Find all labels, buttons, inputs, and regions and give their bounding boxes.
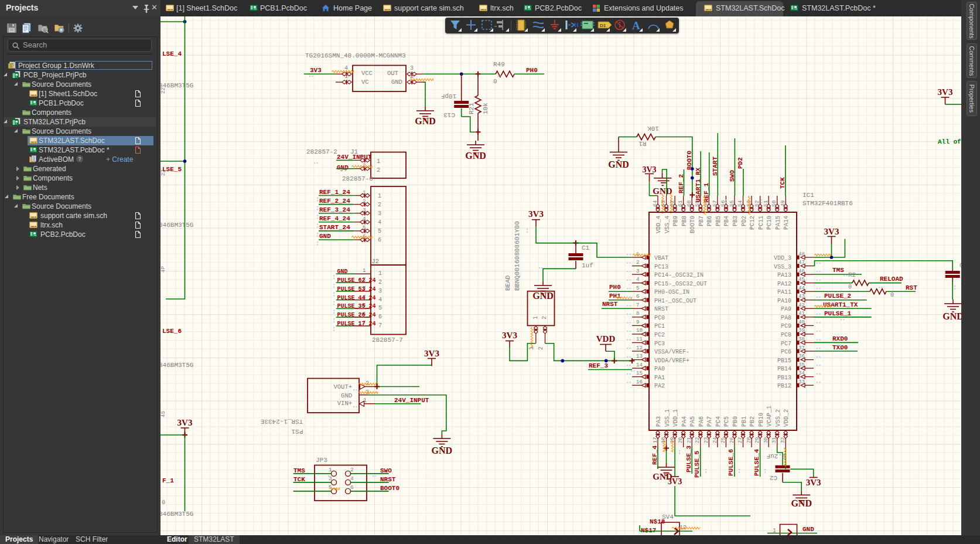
svg-text:GND: GND [341, 392, 352, 399]
svg-text:VCAP_1: VCAP_1 [766, 406, 773, 427]
svg-text:21: 21 [687, 437, 692, 444]
svg-text:VSS_3: VSS_3 [774, 264, 791, 270]
svg-text:2: 2 [636, 260, 639, 266]
svg-text:5: 5 [329, 484, 332, 491]
svg-text:PULSE_35_24: PULSE_35_24 [337, 303, 376, 310]
svg-text:32: 32 [780, 437, 786, 444]
svg-text:PULSE_3: PULSE_3 [685, 445, 692, 472]
svg-text:7: 7 [636, 302, 639, 308]
svg-text:PB4: PB4 [723, 216, 730, 226]
svg-text:PC15-_OSC32_OUT: PC15-_OSC32_OUT [654, 281, 707, 287]
svg-text:282857-2: 282857-2 [306, 148, 337, 155]
svg-text:3V3: 3V3 [824, 227, 839, 236]
svg-text:PH0: PH0 [526, 67, 538, 74]
svg-text:PA12: PA12 [777, 281, 791, 287]
svg-text:6: 6 [378, 237, 381, 243]
svg-text:R49: R49 [493, 61, 505, 68]
svg-text:IC1: IC1 [803, 192, 814, 199]
svg-text:0: 0 [162, 499, 165, 506]
svg-text:56: 56 [721, 200, 726, 207]
svg-text:PULSE_1: PULSE_1 [824, 310, 852, 317]
svg-text:PD2: PD2 [737, 157, 744, 169]
svg-text:PS1: PS1 [291, 428, 303, 435]
svg-text:PULSE_17_24: PULSE_17_24 [337, 321, 376, 327]
svg-text:50: 50 [771, 200, 777, 207]
svg-text:BBNQ00160808601Y00: BBNQ00160808601Y00 [514, 221, 521, 291]
svg-text:8: 8 [636, 311, 639, 317]
svg-text:REF_2_24: REF_2_24 [319, 198, 350, 205]
svg-text:41: 41 [798, 311, 805, 317]
svg-text:3: 3 [378, 210, 381, 217]
svg-text:VBAT: VBAT [654, 255, 668, 261]
svg-text:3: 3 [363, 208, 366, 213]
svg-text:10k: 10k [482, 103, 489, 114]
svg-text:1: 1 [377, 158, 380, 165]
svg-text:23: 23 [704, 437, 709, 444]
svg-text:55: 55 [729, 200, 735, 207]
svg-text:1: 1 [532, 316, 539, 319]
svg-text:1uf: 1uf [582, 262, 593, 269]
svg-text:R2: R2 [848, 271, 856, 278]
svg-text:PC7: PC7 [781, 341, 791, 347]
svg-text:REF_3_24: REF_3_24 [319, 206, 350, 213]
svg-text:4: 4 [350, 475, 354, 482]
svg-text:GND: GND [391, 79, 402, 86]
svg-text:5: 5 [378, 305, 382, 311]
svg-text:N$17: N$17 [641, 527, 656, 534]
svg-text:64: 64 [653, 200, 658, 207]
svg-text:PC11: PC11 [758, 216, 764, 230]
svg-text:PA14: PA14 [783, 216, 790, 230]
svg-text:3V3: 3V3 [642, 165, 656, 174]
svg-text:OUT: OUT [387, 70, 398, 77]
svg-text:36: 36 [798, 353, 805, 359]
svg-text:34: 34 [798, 370, 805, 376]
svg-text:PB1: PB1 [741, 416, 747, 427]
svg-text:17: 17 [653, 437, 658, 444]
svg-text:1: 1 [344, 73, 348, 80]
svg-text:PA13: PA13 [777, 272, 791, 278]
svg-text:48: 48 [798, 251, 805, 257]
svg-text:PA8: PA8 [781, 315, 791, 321]
svg-text:PA5: PA5 [689, 416, 696, 427]
svg-text:6: 6 [350, 484, 354, 491]
svg-text:NRST: NRST [380, 476, 396, 483]
svg-text:LSE_4: LSE_4 [162, 50, 182, 57]
svg-text:PULSE_4: PULSE_4 [753, 448, 760, 476]
svg-text:VSSA/VREF-: VSSA/VREF- [654, 349, 689, 355]
svg-text:1: 1 [378, 270, 382, 277]
svg-text:22: 22 [161, 169, 166, 176]
svg-text:42: 42 [798, 302, 805, 308]
svg-text:F_1: F_1 [162, 477, 174, 484]
svg-text:PH1: PH1 [609, 293, 621, 300]
svg-text:54: 54 [737, 200, 743, 207]
svg-text:4P: 4P [161, 266, 166, 273]
svg-text:REF_4: REF_4 [651, 446, 658, 465]
svg-text:PB14: PB14 [777, 366, 791, 372]
svg-text:5: 5 [378, 228, 381, 234]
svg-text:13: 13 [636, 353, 643, 359]
svg-text:282857-7: 282857-7 [372, 336, 403, 344]
svg-text:PC13: PC13 [654, 264, 668, 270]
svg-text:24: 24 [712, 437, 718, 444]
svg-text:3: 3 [410, 65, 414, 72]
svg-text:25: 25 [721, 437, 726, 444]
svg-text:38: 38 [798, 336, 805, 342]
svg-text:45: 45 [798, 277, 805, 283]
svg-text:33: 33 [798, 379, 805, 385]
svg-text:46: 46 [798, 268, 805, 274]
svg-text:4: 4 [378, 297, 382, 303]
svg-text:57: 57 [712, 200, 718, 207]
svg-text:31: 31 [771, 437, 777, 444]
svg-text:20: 20 [678, 437, 684, 444]
svg-text:2: 2 [541, 316, 548, 319]
svg-text:43: 43 [798, 294, 805, 300]
svg-text:PULSE_2: PULSE_2 [824, 293, 851, 300]
svg-text:PA2: PA2 [654, 383, 665, 389]
svg-text:9: 9 [636, 319, 639, 325]
svg-text:4: 4 [363, 216, 366, 222]
svg-text:PC12: PC12 [749, 216, 756, 230]
svg-text:39: 39 [798, 328, 805, 334]
svg-text:PA11: PA11 [777, 289, 791, 295]
svg-text:TMS: TMS [832, 267, 844, 274]
svg-text:PB12: PB12 [777, 383, 791, 389]
